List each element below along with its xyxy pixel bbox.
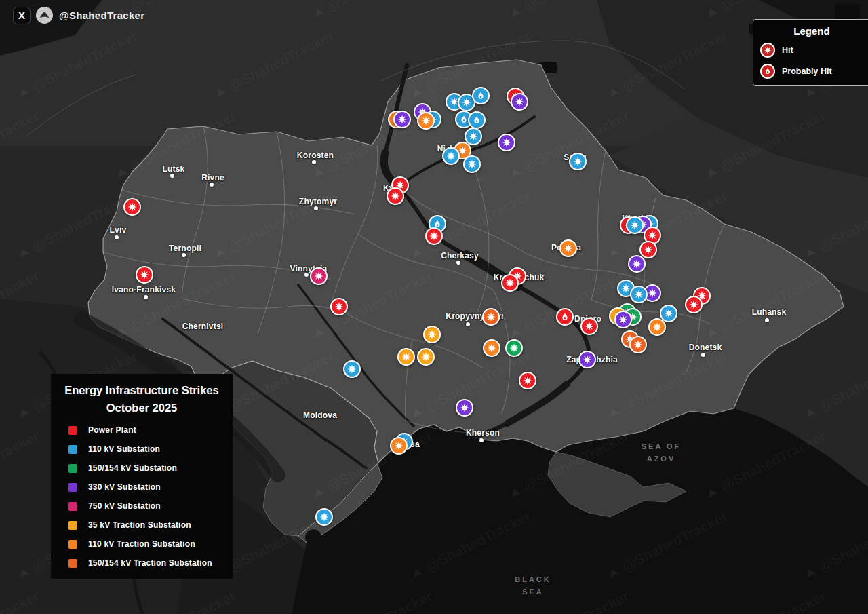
drone-icon bbox=[604, 244, 623, 262]
city-dot bbox=[701, 353, 705, 357]
watermark: @ShahedTracker bbox=[0, 428, 42, 503]
drone-icon bbox=[506, 164, 524, 182]
watermark: @ShahedTracker bbox=[407, 508, 533, 583]
drone-icon bbox=[703, 3, 721, 22]
burst-icon bbox=[523, 376, 532, 385]
city-label: Ternopil bbox=[169, 244, 201, 253]
category-item-power: Power Plant bbox=[68, 425, 223, 435]
city-dot bbox=[456, 261, 460, 265]
strike-marker-tr35-burst bbox=[397, 348, 415, 366]
burst-icon bbox=[391, 191, 400, 201]
burst-icon bbox=[515, 97, 524, 107]
strike-marker-tr35-burst bbox=[423, 326, 441, 343]
burst-icon bbox=[487, 343, 496, 353]
drone-icon bbox=[14, 404, 33, 422]
flame-icon bbox=[476, 91, 486, 100]
strike-marker-tr110-burst bbox=[483, 339, 500, 357]
burst-icon bbox=[632, 259, 642, 269]
burst-icon bbox=[397, 115, 407, 124]
strike-marker-tr110-burst bbox=[390, 437, 408, 455]
strike-marker-power-burst bbox=[387, 187, 404, 205]
burst-icon bbox=[314, 271, 323, 281]
hit-legend-box: Legend HitProbably Hit bbox=[753, 19, 868, 86]
legend-items: HitProbably Hit bbox=[760, 43, 863, 79]
city-dot bbox=[314, 206, 318, 210]
city-dot bbox=[182, 253, 186, 257]
sea-label: BLACKSEA bbox=[515, 574, 551, 598]
watermark: @ShahedTracker bbox=[309, 588, 435, 614]
burst-icon bbox=[633, 340, 643, 349]
legend-item: Hit bbox=[760, 43, 863, 58]
city-dot bbox=[115, 235, 119, 239]
city-dot bbox=[765, 318, 769, 322]
drone-icon bbox=[506, 3, 524, 22]
strike-marker-sub110-burst bbox=[315, 508, 333, 526]
city-label: Zhytomyr bbox=[299, 197, 337, 206]
flame-icon bbox=[560, 312, 570, 322]
strike-marker-sub330-burst bbox=[456, 399, 473, 417]
watermark: @ShahedTracker bbox=[604, 28, 730, 103]
burst-icon bbox=[648, 288, 657, 298]
strike-marker-tr150-burst bbox=[629, 336, 647, 353]
watermark: @ShahedTracker bbox=[112, 268, 238, 343]
strike-marker-tr110-burst bbox=[559, 239, 577, 257]
city-dot bbox=[466, 322, 470, 326]
burst-icon bbox=[334, 302, 344, 311]
drone-icon bbox=[801, 404, 819, 422]
burst-icon bbox=[652, 322, 662, 332]
burst-icon bbox=[401, 352, 411, 362]
burst-icon bbox=[486, 312, 496, 322]
strike-marker-sub330-burst bbox=[393, 111, 411, 128]
strike-marker-sub150-burst bbox=[505, 339, 523, 357]
burst-icon bbox=[421, 352, 431, 362]
city-label: Kherson bbox=[466, 428, 500, 438]
drone-icon bbox=[408, 244, 426, 262]
strike-marker-sub330-burst bbox=[614, 311, 632, 328]
drone-icon bbox=[604, 404, 623, 422]
burst-icon bbox=[764, 46, 772, 54]
strike-marker-sub110-burst bbox=[463, 155, 481, 173]
map-title-line2: October 2025 bbox=[60, 400, 223, 417]
burst-icon bbox=[618, 315, 628, 324]
watermark: @ShahedTracker bbox=[505, 428, 631, 503]
category-label: 150/154 kV Substation bbox=[88, 463, 177, 473]
city-dot bbox=[144, 295, 148, 299]
burst-icon bbox=[583, 355, 592, 364]
burst-icon bbox=[509, 343, 519, 353]
burst-icon bbox=[634, 290, 644, 299]
burst-icon bbox=[564, 244, 573, 253]
watermark: @ShahedTracker bbox=[309, 0, 435, 22]
category-item-tr35: 35 kV Traction Substation bbox=[68, 520, 223, 530]
burst-icon bbox=[689, 300, 698, 309]
burst-icon bbox=[429, 231, 439, 241]
strike-marker-power-burst bbox=[501, 274, 519, 292]
drone-icon bbox=[801, 244, 819, 262]
city-label: Rivne bbox=[201, 173, 224, 183]
burst-icon bbox=[427, 330, 437, 339]
drone-icon bbox=[703, 164, 721, 182]
watermark: @ShahedTracker bbox=[604, 348, 730, 423]
strike-marker-sub110-burst bbox=[343, 360, 361, 378]
category-item-sub150: 150/154 kV Substation bbox=[68, 463, 223, 473]
category-swatch bbox=[68, 426, 77, 435]
category-label: 150/154 kV Traction Substation bbox=[88, 558, 212, 568]
city-dot bbox=[312, 160, 316, 164]
category-item-tr110: 110 kV Traction Substation bbox=[68, 539, 223, 549]
drone-icon bbox=[39, 9, 50, 21]
watermark: @ShahedTracker bbox=[309, 268, 435, 343]
drone-icon bbox=[506, 484, 524, 502]
burst-icon bbox=[648, 231, 657, 240]
city-dot bbox=[479, 438, 484, 442]
drone-icon bbox=[14, 83, 33, 102]
city-label: Ivano-Frankivsk bbox=[112, 285, 176, 294]
category-item-sub110: 110 kV Substation bbox=[68, 444, 223, 454]
drone-icon bbox=[113, 324, 131, 342]
burst-icon bbox=[573, 157, 583, 166]
strike-marker-power-burst bbox=[123, 198, 141, 216]
category-label: Power Plant bbox=[88, 425, 136, 435]
watermark: @ShahedTracker bbox=[505, 0, 631, 22]
category-swatch bbox=[68, 464, 77, 473]
burst-icon bbox=[446, 151, 456, 161]
drone-icon bbox=[408, 404, 426, 422]
legend-marker-burst bbox=[760, 43, 775, 58]
